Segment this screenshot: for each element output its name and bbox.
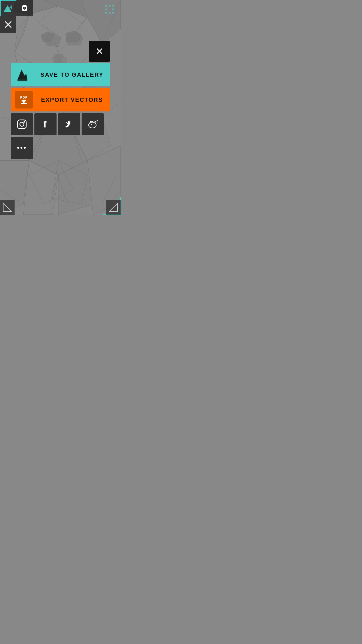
top-left-icons [0,0,33,33]
svg-rect-97 [17,120,26,129]
svg-marker-78 [9,5,12,9]
svg-point-98 [20,122,24,126]
svg-point-89 [112,8,114,10]
camera-toolbar-icon[interactable] [16,0,33,16]
svg-point-102 [91,124,92,125]
svg-marker-95 [21,100,27,103]
svg-point-82 [24,7,25,9]
svg-point-88 [105,8,107,10]
top-left-close-icon[interactable] [0,16,16,33]
top-right-decoration [103,3,118,19]
share-menu: ✕ SAVE TO GALLERY PDF EXPORT VECTORS [11,41,110,159]
svg-marker-105 [109,203,117,211]
svg-point-103 [93,124,94,125]
svg-point-90 [105,12,107,14]
svg-rect-80 [23,5,26,6]
more-options-button[interactable]: ••• [11,137,33,159]
export-vectors-button[interactable]: PDF EXPORT VECTORS [11,88,110,111]
bottom-right-corner-icon[interactable] [106,200,121,215]
svg-marker-104 [3,203,11,211]
save-gallery-label: SAVE TO GALLERY [34,71,110,78]
twitter-button[interactable] [58,113,80,135]
bottom-left-corner-icon[interactable] [0,200,15,215]
svg-point-85 [105,5,107,7]
save-to-gallery-button[interactable]: SAVE TO GALLERY [11,63,110,86]
svg-text:f: f [43,119,47,130]
pdf-icon: PDF [15,91,33,108]
svg-point-91 [109,12,110,14]
upload-toolbar-icon[interactable] [0,0,16,16]
svg-point-92 [112,12,114,14]
three-dots-icon: ••• [17,144,27,152]
close-x-icon: ✕ [96,47,103,56]
svg-marker-76 [4,5,11,11]
svg-point-87 [112,5,114,7]
svg-point-99 [24,121,25,123]
export-vectors-label: EXPORT VECTORS [34,97,110,103]
facebook-button[interactable]: f [34,113,57,135]
weibo-button[interactable] [82,113,104,135]
export-vectors-icon-area: PDF [11,88,34,111]
save-gallery-icon-area [11,63,34,86]
pdf-text: PDF [20,96,28,99]
close-menu-button[interactable]: ✕ [89,41,110,62]
instagram-button[interactable] [11,113,33,135]
svg-marker-93 [17,70,27,80]
social-icons-row: f [11,113,104,135]
svg-point-86 [109,5,110,7]
